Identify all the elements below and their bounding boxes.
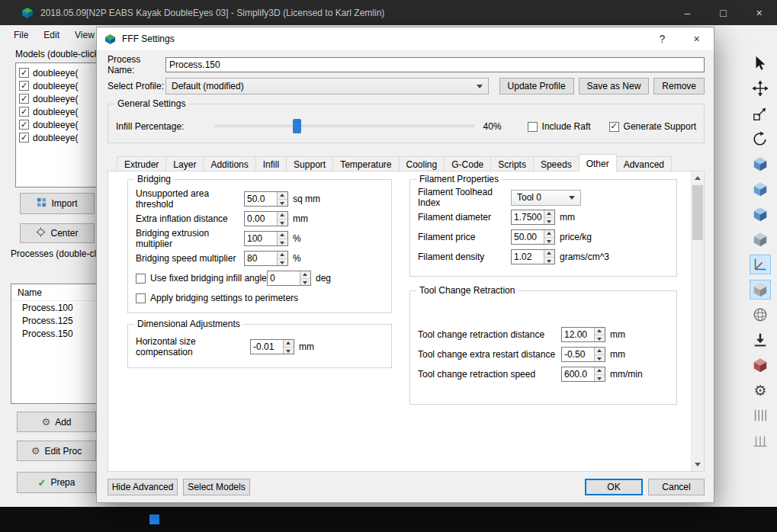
filament-diameter-spinner[interactable]: 1.7500 bbox=[511, 210, 555, 225]
remove-profile-button[interactable]: Remove bbox=[653, 78, 705, 95]
center-button[interactable]: Center bbox=[20, 223, 95, 243]
tab-gcode[interactable]: G-Code bbox=[444, 156, 491, 171]
process-name-input[interactable] bbox=[165, 57, 705, 72]
update-profile-button[interactable]: Update Profile bbox=[499, 78, 574, 95]
model-list-item[interactable]: ✓ doubleeye( bbox=[16, 79, 100, 92]
process-list-item[interactable]: Process.125 bbox=[11, 314, 97, 327]
cancel-button[interactable]: Cancel bbox=[648, 479, 705, 495]
filament-density-spinner[interactable]: 1.02 bbox=[511, 249, 555, 264]
apply-bridging-to-perimeters-checkbox[interactable]: Apply bridging settings to perimeters bbox=[136, 293, 298, 303]
horizontal-size-compensation-spinner[interactable]: -0.01 bbox=[250, 339, 294, 354]
fixed-bridging-angle-checkbox-box[interactable] bbox=[136, 274, 146, 284]
model-checkbox[interactable]: ✓ bbox=[19, 107, 29, 117]
tab-scripts[interactable]: Scripts bbox=[490, 156, 534, 171]
spinner-up-icon[interactable] bbox=[278, 252, 287, 259]
select-models-button[interactable]: Select Models bbox=[183, 479, 250, 495]
extra-inflation-distance-spinner[interactable]: 0.00 bbox=[244, 211, 288, 226]
bridging-speed-multiplier-spinner[interactable]: 80 bbox=[244, 251, 288, 266]
tab-speeds[interactable]: Speeds bbox=[533, 156, 580, 171]
menu-file[interactable]: File bbox=[6, 27, 36, 43]
tab-layer[interactable]: Layer bbox=[165, 156, 204, 171]
model-cube-icon-3[interactable] bbox=[750, 204, 771, 224]
tab-temperature[interactable]: Temperature bbox=[332, 156, 399, 171]
save-as-new-button[interactable]: Save as New bbox=[579, 78, 650, 95]
rotate-tool-button[interactable] bbox=[750, 129, 771, 149]
spinner-down-icon[interactable] bbox=[278, 259, 287, 266]
support-structure-icon-2[interactable] bbox=[750, 431, 771, 450]
spinner-up-icon[interactable] bbox=[278, 212, 287, 220]
include-raft-checkbox[interactable]: Include Raft bbox=[528, 121, 591, 132]
processes-name-header[interactable]: Name bbox=[11, 284, 97, 301]
model-checkbox[interactable]: ✓ bbox=[19, 120, 29, 130]
model-checkbox[interactable]: ✓ bbox=[19, 68, 29, 78]
process-list-item[interactable]: Process.150 bbox=[11, 327, 97, 340]
tab-advanced[interactable]: Advanced bbox=[616, 156, 672, 171]
spinner-up-icon[interactable] bbox=[544, 230, 554, 238]
infill-slider[interactable] bbox=[215, 118, 474, 135]
tool-change-extra-restart-distance-spinner[interactable]: -0.50 bbox=[561, 347, 605, 362]
bridging-extrusion-multiplier-spinner[interactable]: 100 bbox=[244, 231, 288, 246]
tab-support[interactable]: Support bbox=[286, 156, 333, 171]
spinner-down-icon[interactable] bbox=[284, 348, 294, 354]
generate-support-checkbox[interactable]: ✓ Generate Support bbox=[609, 121, 696, 132]
spinner-down-icon[interactable] bbox=[595, 335, 605, 342]
profile-dropdown[interactable]: Default (modified) bbox=[165, 78, 489, 95]
move-tool-button[interactable] bbox=[750, 79, 771, 98]
add-process-button[interactable]: ⚙ Add bbox=[17, 412, 96, 432]
filament-toolhead-dropdown[interactable]: Tool 0 bbox=[511, 190, 581, 206]
spinner-up-icon[interactable] bbox=[278, 232, 287, 239]
spinner-down-icon[interactable] bbox=[300, 279, 310, 286]
model-list-item[interactable]: ✓ doubleeye( bbox=[16, 66, 100, 79]
spinner-up-icon[interactable] bbox=[544, 250, 554, 258]
generate-support-checkbox-box[interactable]: ✓ bbox=[609, 122, 619, 132]
model-checkbox[interactable]: ✓ bbox=[19, 94, 29, 104]
scroll-down-icon[interactable] bbox=[692, 458, 704, 471]
ok-button[interactable]: OK bbox=[585, 479, 643, 495]
dialog-help-button[interactable]: ? bbox=[645, 27, 679, 50]
panel-scrollbar[interactable] bbox=[691, 171, 704, 471]
spinner-up-icon[interactable] bbox=[284, 340, 294, 348]
minimize-button[interactable]: – bbox=[669, 0, 705, 25]
models-list[interactable]: ✓ doubleeye( ✓ doubleeye( ✓ doubleeye( ✓… bbox=[15, 62, 101, 187]
model-list-item[interactable]: ✓ doubleeye( bbox=[16, 105, 100, 118]
sphere-tool-icon[interactable] bbox=[750, 305, 771, 325]
scroll-up-icon[interactable] bbox=[692, 171, 704, 184]
spinner-down-icon[interactable] bbox=[595, 355, 605, 362]
filament-price-spinner[interactable]: 50.00 bbox=[511, 229, 555, 245]
close-button[interactable]: × bbox=[741, 0, 777, 25]
spinner-up-icon[interactable] bbox=[595, 328, 605, 335]
spinner-down-icon[interactable] bbox=[544, 218, 554, 225]
tab-other[interactable]: Other bbox=[579, 154, 617, 171]
include-raft-checkbox-box[interactable] bbox=[528, 122, 538, 132]
send-to-printer-icon[interactable] bbox=[750, 330, 771, 350]
apply-bridging-to-perimeters-checkbox-box[interactable] bbox=[136, 293, 146, 303]
spinner-down-icon[interactable] bbox=[278, 200, 287, 207]
support-structure-icon[interactable] bbox=[750, 405, 771, 425]
spinner-up-icon[interactable] bbox=[595, 367, 605, 375]
tab-additions[interactable]: Additions bbox=[203, 156, 255, 171]
spinner-down-icon[interactable] bbox=[278, 220, 287, 226]
scale-tool-button[interactable] bbox=[750, 104, 771, 123]
spinner-up-icon[interactable] bbox=[278, 192, 287, 200]
processes-list[interactable]: Name Process.100 Process.125 Process.150 bbox=[11, 284, 98, 404]
spinner-up-icon[interactable] bbox=[300, 271, 310, 279]
slider-handle[interactable] bbox=[293, 119, 301, 133]
model-list-item[interactable]: ✓ doubleeye( bbox=[16, 92, 100, 105]
spinner-up-icon[interactable] bbox=[595, 348, 605, 355]
fixed-bridging-angle-checkbox[interactable]: Use fixed bridging infill angle bbox=[136, 273, 267, 284]
spinner-up-icon[interactable] bbox=[544, 210, 554, 218]
maximize-button[interactable]: □ bbox=[705, 0, 741, 25]
model-checkbox[interactable]: ✓ bbox=[19, 133, 29, 143]
edit-process-button[interactable]: ⚙ Edit Proc bbox=[17, 441, 96, 461]
settings-gear-icon[interactable]: ⚙ bbox=[750, 380, 771, 400]
material-cube-icon[interactable] bbox=[750, 355, 771, 375]
dialog-titlebar[interactable]: FFF Settings ? × bbox=[97, 27, 714, 50]
spinner-down-icon[interactable] bbox=[595, 375, 605, 382]
prepare-to-print-button[interactable]: ✓ Prepa bbox=[17, 472, 96, 493]
tab-infill[interactable]: Infill bbox=[255, 156, 287, 171]
process-list-item[interactable]: Process.100 bbox=[11, 301, 97, 314]
selected-model-cube-icon[interactable] bbox=[750, 280, 771, 300]
hide-advanced-button[interactable]: Hide Advanced bbox=[108, 479, 178, 495]
import-button[interactable]: Import bbox=[20, 193, 95, 214]
select-tool-button[interactable] bbox=[750, 53, 771, 73]
